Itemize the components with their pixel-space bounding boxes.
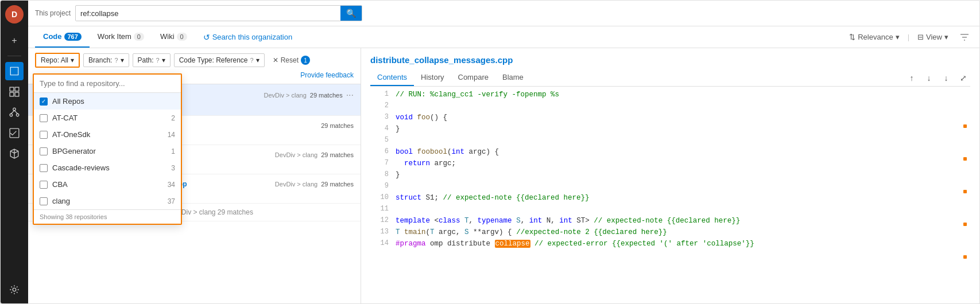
result-matches-2: 29 matches [321, 122, 354, 129]
repos-icon[interactable] [5, 62, 24, 80]
repo-name-atonesdk: AT-OneSdk [52, 130, 90, 139]
svg-rect-1 [15, 87, 19, 91]
svg-rect-2 [10, 92, 14, 96]
artifacts-icon[interactable] [5, 145, 24, 163]
search-button[interactable]: 🔍 [340, 6, 362, 21]
workitem-count-badge: 0 [134, 33, 144, 41]
expand-btn[interactable]: ⤢ [956, 71, 970, 85]
code-line-10: 10 struct S1; // expected-note {{declare… [370, 192, 970, 204]
repo-checkbox-cascade [40, 164, 48, 172]
tab-history[interactable]: History [414, 69, 451, 86]
repo-name-cascade: Cascade-reviews [52, 163, 110, 172]
code-marker-3 [963, 190, 967, 193]
scroll-down-btn[interactable]: ↓ [922, 71, 936, 85]
repo-filter-label: Repo: All [41, 56, 68, 64]
code-line-7: 7 return argc; [370, 158, 970, 169]
code-line-4: 4 } [370, 123, 970, 135]
tab-workitem[interactable]: Work Item 0 [90, 26, 152, 48]
code-content: 1 // RUN: %clang_cc1 -verify -fopenmp %s… [370, 87, 970, 297]
svg-point-11 [13, 288, 16, 291]
repo-checkbox-cba [40, 181, 48, 189]
branch-dropdown-trigger[interactable]: Branch: ? ▾ [83, 53, 129, 67]
chevron-down-icon3: ▾ [71, 56, 74, 64]
download-btn[interactable]: ↓ [939, 71, 953, 85]
reset-button[interactable]: ✕ Reset 1 [268, 53, 315, 67]
view-button[interactable]: ⊟ View ▾ [914, 30, 952, 44]
result-more-1[interactable]: ··· [346, 90, 354, 100]
code-line-1: 1 // RUN: %clang_cc1 -verify -fopenmp %s [370, 89, 970, 100]
repo-item-atonesdk[interactable]: AT-OneSdk 14 [34, 126, 181, 143]
code-line-9: 9 [370, 181, 970, 192]
result-breadcrumb-1: DevDiv > clang [264, 92, 306, 99]
code-line-8: 8 } [370, 169, 970, 181]
repo-count-cba: 34 [168, 181, 175, 189]
repo-dropdown-trigger[interactable]: Repo: All ▾ [35, 53, 80, 68]
code-line-14: 14 #pragma omp distribute collapse // ex… [370, 238, 970, 250]
repo-name-bpgenerator: BPGenerator [52, 147, 96, 155]
scroll-up-btn[interactable]: ↑ [905, 71, 919, 85]
path-filter-label: Path: [138, 56, 154, 64]
repo-search-input[interactable] [34, 75, 181, 93]
repo-item-atcat[interactable]: AT-CAT 2 [34, 110, 181, 126]
result-breadcrumb-3: DevDiv > clang [275, 151, 317, 158]
help-icon3: ? [250, 57, 254, 64]
testplans-icon[interactable] [5, 124, 24, 142]
feedback-link[interactable]: Provide feedback [300, 71, 354, 79]
pipelines-icon[interactable] [5, 103, 24, 122]
repo-item-cascade[interactable]: Cascade-reviews 3 [34, 159, 181, 176]
code-line-11: 11 [370, 204, 970, 215]
settings-icon[interactable] [5, 280, 24, 299]
content-area: Repo: All ▾ Branch: ? ▾ Path: ? ▾ Code [28, 48, 979, 303]
search-input[interactable] [76, 6, 340, 21]
filter-button[interactable] [956, 30, 973, 44]
view-label: View [926, 33, 942, 41]
plus-icon[interactable]: + [5, 32, 24, 50]
top-bar: This project 🔍 [28, 1, 979, 26]
wiki-count-badge: 0 [177, 33, 187, 41]
svg-point-5 [10, 114, 13, 116]
repo-item-bpgenerator[interactable]: BPGenerator 1 [34, 143, 181, 159]
view-icon: ⊟ [917, 33, 924, 41]
repo-name-atcat: AT-CAT [52, 114, 78, 122]
close-icon: ✕ [273, 56, 278, 64]
repo-name-all: All Repos [52, 97, 84, 106]
repo-count-cascade: 3 [171, 164, 175, 172]
code-actions: ↑ ↓ ↓ ⤢ [905, 71, 970, 85]
boards-icon[interactable] [5, 83, 24, 101]
tab-code[interactable]: Code 767 [35, 26, 90, 48]
path-dropdown-trigger[interactable]: Path: ? ▾ [133, 53, 171, 67]
tab-blame[interactable]: Blame [495, 69, 530, 86]
result-matches-1: 29 matches [310, 92, 343, 99]
search-org-link[interactable]: ↺ Search this organization [195, 27, 300, 48]
sort-icon: ⇅ [849, 33, 855, 41]
chevron-down-icon5: ▾ [162, 56, 165, 64]
codetype-dropdown-trigger[interactable]: Code Type: Reference ? ▾ [174, 53, 265, 67]
repo-name-cba: CBA [52, 180, 68, 189]
chevron-down-icon: ▾ [896, 33, 900, 41]
repo-checkbox-clang [40, 197, 48, 205]
repo-list: ✓ All Repos AT-CAT 2 AT-OneSdk 14 [34, 93, 181, 209]
repo-checkbox-atonesdk [40, 131, 48, 139]
svg-line-7 [11, 111, 14, 114]
sort-button[interactable]: ⇅ Relevance ▾ [846, 30, 902, 44]
divider [7, 56, 21, 56]
repo-item-cba[interactable]: CBA 34 [34, 176, 181, 193]
repo-count-bpgenerator: 1 [171, 147, 175, 155]
main-content: This project 🔍 Code 767 Work Item 0 Wiki… [28, 1, 979, 303]
avatar[interactable]: D [5, 5, 24, 24]
right-controls: ⇅ Relevance ▾ | ⊟ View ▾ [846, 30, 973, 44]
repo-item-clang[interactable]: clang 37 [34, 193, 181, 209]
tab-compare[interactable]: Compare [451, 69, 495, 86]
tabs-bar: Code 767 Work Item 0 Wiki 0 ↺ Search thi… [28, 26, 979, 48]
tab-wiki[interactable]: Wiki 0 [152, 26, 195, 48]
tab-contents[interactable]: Contents [370, 69, 414, 86]
repo-item-all[interactable]: ✓ All Repos [34, 93, 181, 110]
result-matches-3: 29 matches [321, 151, 354, 158]
code-marker-4 [963, 223, 967, 226]
help-icon2: ? [156, 57, 160, 64]
repo-dropdown-overlay: ✓ All Repos AT-CAT 2 AT-OneSdk 14 [33, 73, 182, 225]
code-filename: distribute_collapse_messages.cpp [370, 55, 970, 65]
repo-checkbox-atcat [40, 114, 48, 122]
sidebar: D + [1, 1, 28, 303]
repo-name-clang: clang [52, 197, 70, 205]
